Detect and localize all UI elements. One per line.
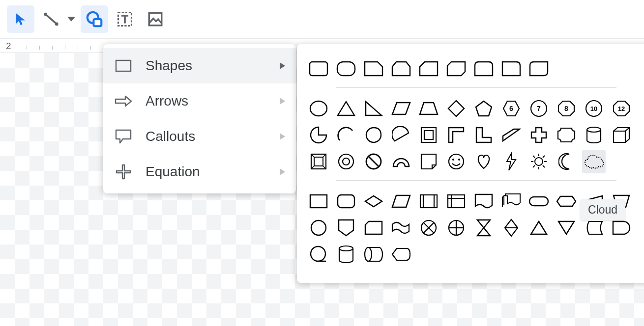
shape-triangle[interactable] [334,97,358,120]
menu-item-equation[interactable]: Equation [103,154,296,190]
shape-snip-top[interactable] [389,57,413,81]
submenu-arrow-icon [280,168,285,175]
shape-chord[interactable] [389,123,413,147]
shape-decagon-10[interactable]: 10 [582,97,606,120]
shape-plaque[interactable] [555,123,578,147]
shape-flow-rect[interactable] [307,190,330,213]
shape-flow-decision[interactable] [362,190,385,213]
shape-lightning[interactable] [499,150,523,173]
shape-teardrop[interactable] [362,123,385,147]
shape-cloud[interactable] [582,150,606,173]
shape-block-arc[interactable] [389,150,413,173]
shape-group-basic-3 [307,150,644,173]
shape-no-symbol[interactable] [362,150,385,173]
shape-flow-sort[interactable] [499,216,523,240]
shape-diag-stripe[interactable] [499,123,523,147]
shape-bevel[interactable] [307,150,330,173]
shape-flow-magnetic[interactable] [334,243,358,266]
svg-text:10: 10 [590,105,597,112]
shape-flow-internal[interactable] [444,190,468,213]
shape-flow-seq[interactable] [307,243,330,266]
shape-flow-predefined[interactable] [417,190,440,213]
shape-snip-diag[interactable] [444,57,468,81]
shape-hexagon-6[interactable]: 6 [499,97,523,120]
shape-can[interactable] [582,123,606,147]
svg-line-39 [533,156,535,158]
shape-pentagon[interactable] [472,97,496,120]
menu-item-arrows[interactable]: Arrows [103,83,296,119]
svg-rect-7 [116,60,131,71]
line-tool[interactable] [37,5,65,33]
shape-heart[interactable] [472,150,496,173]
line-tool-group [37,5,78,33]
svg-rect-6 [149,13,162,26]
svg-point-31 [449,154,464,169]
shape-flow-display[interactable] [389,243,413,266]
svg-line-41 [543,156,545,158]
shape-flow-collate[interactable] [472,216,496,240]
shape-heptagon-7[interactable]: 7 [527,97,551,120]
shape-arc[interactable] [334,123,358,147]
shape-smiley[interactable] [444,150,468,173]
shape-flow-sum[interactable] [417,216,440,240]
shape-flow-terminator[interactable] [527,190,551,213]
shape-flow-document[interactable] [472,190,496,213]
shape-parallelogram[interactable] [389,97,413,120]
shape-flow-round-rect[interactable] [334,190,358,213]
submenu-arrow-icon [280,62,285,69]
shape-flow-offpage[interactable] [334,216,358,240]
shape-pie[interactable] [307,123,330,147]
shape-flow-extract[interactable] [527,216,551,240]
svg-rect-4 [93,19,101,26]
shape-menu: Shapes Arrows Callouts Equation [103,44,296,193]
line-tool-dropdown[interactable] [65,5,78,33]
shape-l-shape[interactable] [472,123,496,147]
shape-tool[interactable] [81,5,108,33]
divider [336,87,616,88]
shape-flow-prep[interactable] [555,190,578,213]
shape-flow-or[interactable] [444,216,468,240]
shape-flow-direct[interactable] [362,243,385,266]
shape-sun[interactable] [527,150,551,173]
shape-dodecagon-12[interactable]: 12 [610,97,633,120]
shape-snip-top-left[interactable] [417,57,440,81]
shape-trapezoid[interactable] [417,97,440,120]
shape-flow-tape[interactable] [389,216,413,240]
shape-right-triangle[interactable] [362,97,385,120]
shape-diamond[interactable] [444,97,468,120]
shape-oval[interactable] [307,97,330,120]
shape-rounded-rect-2[interactable] [334,57,358,81]
shape-donut[interactable] [334,150,358,173]
shape-flow-card[interactable] [362,216,385,240]
equation-icon [114,163,133,181]
shape-half-frame[interactable] [444,123,468,147]
shape-flow-multidoc[interactable] [499,190,523,213]
image-tool[interactable] [142,5,169,33]
shape-round-diag[interactable] [527,57,551,81]
textbox-tool[interactable] [111,5,139,33]
menu-item-shapes[interactable]: Shapes [103,48,296,83]
shape-cube[interactable] [610,123,633,147]
shape-cross[interactable] [527,123,551,147]
svg-point-10 [310,101,327,116]
svg-rect-48 [448,195,465,208]
shape-flow-merge[interactable] [555,216,578,240]
shape-octagon-8[interactable]: 8 [555,97,578,120]
shape-rounded-rect[interactable] [307,57,330,81]
menu-label: Callouts [146,129,267,144]
shape-folded-corner[interactable] [417,150,440,173]
shape-round-top-2[interactable] [499,57,523,81]
shape-flow-connector[interactable] [307,216,330,240]
svg-point-61 [365,247,372,261]
shape-round-top[interactable] [472,57,496,81]
shape-flow-data[interactable] [389,190,413,213]
shape-moon[interactable] [555,150,578,173]
shape-frame[interactable] [417,123,440,147]
svg-rect-51 [529,197,548,206]
svg-rect-43 [310,195,327,208]
menu-label: Arrows [146,93,267,109]
shape-snip-top-right[interactable] [362,57,385,81]
select-tool[interactable] [7,5,34,33]
svg-line-40 [543,165,545,167]
menu-item-callouts[interactable]: Callouts [103,119,296,154]
